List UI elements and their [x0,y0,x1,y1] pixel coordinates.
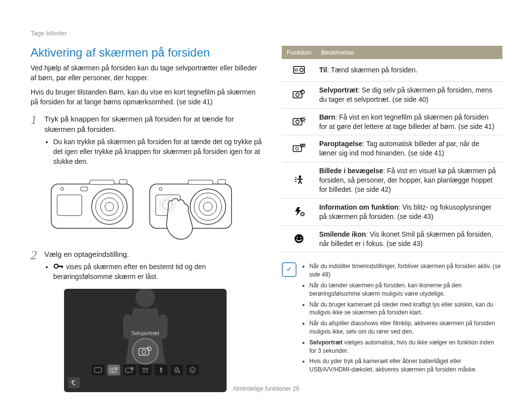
table-header-function: Funktion [282,46,316,59]
camera-touch-illustration [149,178,242,242]
note-box: ✓ Når du indstiller timerindstillinger, … [282,262,502,376]
smile-icon[interactable] [186,365,199,375]
table-row: Information om funktion: Vis blitz- og f… [282,198,502,225]
note-list: Når du indstiller timerindstillinger, fo… [301,262,502,376]
svg-rect-6 [90,180,114,185]
note-item: Når du tænder skærmen på forsiden, kan i… [309,281,502,298]
camera-front-illustration [50,178,134,232]
svg-point-47 [296,93,299,96]
table-cell-description: Selvportræt: Se dig selv på skærmen på f… [316,81,502,108]
table-cell-description: Til: Tænd skærmen på forsiden. [316,59,502,81]
svg-rect-52 [293,146,301,152]
note-item: Hvis du yder tryk på kameraet eller åbne… [309,357,502,374]
svg-point-5 [105,202,114,211]
svg-point-51 [300,118,304,121]
info-icon [282,198,316,225]
svg-point-55 [303,144,305,146]
table-row: Selvportræt: Se dig selv på skærmen på f… [282,81,502,108]
step-number: 1 [31,114,39,168]
couple-icon [282,135,316,162]
step-2-title: Vælg en optageindstilling. [44,249,262,259]
table-cell-description: Paroptagelse: Tag automatisk billeder af… [316,135,502,162]
step-2: 2 Vælg en optageindstilling. vises på sk… [31,249,262,392]
svg-rect-26 [159,314,167,339]
intro-paragraph-1: Ved hjælp af skærmen på forsiden kan du … [31,63,262,83]
table-cell-description: Billede i bevægelse: Få vist en visuel k… [316,162,502,199]
screen-icon [282,59,316,81]
svg-point-58 [302,214,303,215]
left-column: Aktivering af skærmen på forsiden Ved hj… [31,46,262,392]
svg-rect-23 [62,266,63,268]
note-item: Når du afspiller diasshows eller filmkli… [309,319,502,336]
step-1-bullet: Du kan trykke på skærmen på forsiden for… [53,137,262,166]
svg-point-24 [135,288,155,308]
table-header-description: Beskrivelse [316,46,502,59]
svg-point-40 [190,367,196,372]
children-icon [282,108,316,135]
svg-rect-34 [126,368,132,372]
screen-icon[interactable] [92,365,104,375]
lcd-mode-label: Selvportræt [132,330,160,336]
selfportrait-icon [282,81,316,108]
couple-icon[interactable] [139,365,152,375]
intro-paragraph-2: Hvis du bruger tilstanden Børn, kan du v… [31,88,262,107]
section-label: Tage billeder [31,30,502,37]
svg-rect-17 [218,180,226,184]
page-title: Aktivering af skærmen på forsiden [31,46,262,60]
svg-point-50 [296,120,299,123]
svg-rect-7 [119,180,127,184]
children-icon[interactable] [123,365,136,375]
step-1-title: Tryk på knappen for skærmen på forsiden … [44,114,262,134]
svg-point-60 [297,237,298,238]
smile-icon [282,225,316,252]
svg-point-32 [112,369,114,371]
jump-icon [282,162,316,199]
svg-point-38 [160,368,162,370]
table-row: Billede i bevægelse: Få vist en visuel k… [282,162,502,199]
manual-page: Tage billeder Aktivering af skærmen på f… [0,0,532,401]
svg-point-41 [191,369,192,370]
svg-point-54 [300,144,302,146]
svg-point-44 [299,68,303,72]
mode-icon-strip [92,365,199,375]
lock-key-icon [53,263,64,273]
jump-icon[interactable] [155,365,167,375]
note-item: Selvportræt vælges automatisk, hvis du i… [309,339,502,355]
lcd-screen-mockup: Selvportræt [64,289,227,392]
selfportrait-icon[interactable] [107,365,120,375]
svg-point-29 [147,347,151,351]
table-row: Paroptagelse: Tag automatisk billeder af… [282,135,502,162]
step-number: 2 [31,249,39,392]
svg-point-15 [203,202,212,211]
svg-rect-45 [295,69,298,71]
camera-illustration-row [50,178,262,242]
svg-point-36 [143,368,145,370]
svg-point-37 [146,368,148,370]
right-column: Funktion Beskrivelse Til: Tænd skærmen p… [282,46,502,392]
selfportrait-large-icon [132,338,159,365]
svg-point-61 [300,237,301,238]
step-2-bullet: vises på skærmen efter en bestemt tid og… [53,262,262,282]
svg-rect-30 [95,368,101,372]
page-footer: Almindelige funktioner 26 [0,385,532,392]
info-icon[interactable] [170,365,183,375]
svg-rect-31 [110,368,116,372]
step-1: 1 Tryk på knappen for skærmen på forside… [31,114,262,168]
note-item: Når du bruger kameraet på steder med kra… [309,301,502,317]
svg-rect-25 [123,314,132,339]
svg-point-59 [295,234,303,243]
table-row: Til: Tænd skærmen på forsiden. [282,59,502,81]
svg-point-21 [54,264,58,268]
table-row: Smilende ikon: Vis ikonet Smil på skærme… [282,225,502,252]
two-column-layout: Aktivering af skærmen på forsiden Ved hj… [31,46,502,392]
table-cell-description: Børn: Få vist en kort tegnefilm på skærm… [316,108,502,135]
svg-point-53 [296,147,299,150]
note-icon: ✓ [282,262,297,277]
svg-rect-16 [188,180,213,185]
note-item: Når du indstiller timerindstillinger, fo… [309,262,502,279]
svg-point-42 [193,369,194,370]
function-table: Funktion Beskrivelse Til: Tænd skærmen p… [282,46,502,252]
table-cell-description: Information om funktion: Vis blitz- og f… [316,198,502,225]
svg-point-28 [142,350,146,354]
table-row: Børn: Få vist en kort tegnefilm på skærm… [282,108,502,135]
